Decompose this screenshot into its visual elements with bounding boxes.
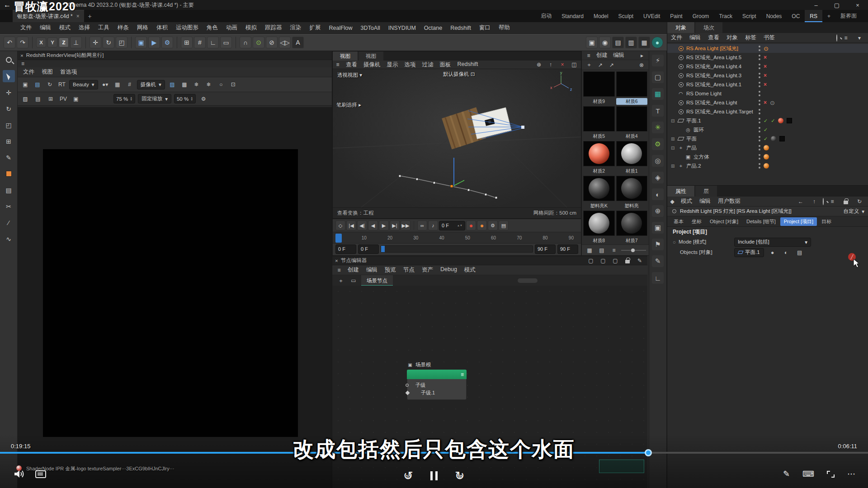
sky-icon[interactable]: ◐: [652, 188, 664, 200]
frame-icon[interactable]: ⊞: [3, 135, 15, 147]
menu-item[interactable]: 对象: [723, 34, 741, 42]
material-tag-icon[interactable]: [764, 145, 769, 150]
expander-icon[interactable]: ⊞: [671, 164, 677, 169]
material-tag-icon[interactable]: [764, 154, 769, 160]
menu-item[interactable]: 显示: [384, 61, 401, 69]
menu-item[interactable]: INSYDIUM: [384, 25, 420, 31]
home-icon[interactable]: ▭: [349, 276, 359, 285]
menu-item[interactable]: 扩展: [306, 24, 325, 32]
scale-spinner[interactable]: 50 %▲▼: [174, 94, 196, 103]
attribute-tab[interactable]: 目标: [818, 217, 835, 226]
live-selection-icon[interactable]: [3, 70, 15, 82]
new-document-tab-button[interactable]: +: [84, 10, 96, 22]
menu-item[interactable]: 文件: [667, 34, 686, 42]
expander-icon[interactable]: ⊞: [671, 136, 677, 141]
copy-icon[interactable]: ▣: [71, 94, 81, 103]
layout-tab[interactable]: Model: [589, 10, 613, 22]
menu-item[interactable]: 视图: [38, 68, 57, 76]
scene-nodes-tab[interactable]: 场景节点: [361, 275, 393, 286]
material-thumb[interactable]: [583, 211, 615, 236]
magnet-snap-icon[interactable]: ∩: [240, 37, 251, 48]
area-light-icon[interactable]: ▢: [652, 71, 664, 83]
node-editor-tab-label[interactable]: 节点编辑器: [341, 257, 367, 264]
menu-item[interactable]: 渲染: [286, 24, 306, 32]
material-tag-icon[interactable]: [771, 136, 776, 141]
object-row[interactable]: ⊞ 平面 ✓: [667, 134, 868, 143]
material-label[interactable]: 塑料亮K: [583, 202, 615, 209]
attribute-tab[interactable]: Object [对象]: [706, 217, 742, 226]
pause-button[interactable]: [430, 471, 438, 480]
layer-dots[interactable]: [759, 154, 760, 160]
menu-item[interactable]: 书签: [760, 34, 778, 42]
menu-item[interactable]: 运动图形: [172, 24, 203, 32]
snapshot-icon[interactable]: ❄: [192, 80, 202, 89]
tab-attributes[interactable]: 属性: [667, 186, 694, 197]
range-max-field[interactable]: 90 F: [557, 244, 578, 254]
material-thumb[interactable]: [583, 176, 615, 201]
range-end-field[interactable]: 90 F: [535, 244, 556, 254]
rewind-10-button[interactable]: ↺10: [401, 469, 415, 483]
object-row[interactable]: ◠ RS Dome Light: [667, 89, 868, 98]
hamburger-icon[interactable]: ≡: [584, 51, 594, 60]
volume-icon[interactable]: ◎: [652, 155, 664, 167]
material-label[interactable]: 材质6: [616, 98, 648, 105]
add-tab-icon[interactable]: ＋: [336, 276, 346, 285]
menu-item[interactable]: 编辑: [36, 24, 55, 32]
layer-dots[interactable]: [759, 91, 760, 96]
fullscreen-icon[interactable]: [827, 471, 835, 478]
goto-start-button[interactable]: |◀: [346, 221, 356, 230]
object-row[interactable]: RS 区域光_Area Light.3 ×: [667, 71, 868, 80]
menu-item[interactable]: 动画: [222, 24, 241, 32]
node-header[interactable]: ≡: [407, 370, 467, 379]
light-source[interactable]: [521, 126, 524, 129]
material-label[interactable]: 塑料亮: [616, 202, 648, 209]
panel-layout-icon[interactable]: ◫: [569, 60, 579, 69]
layout-tab[interactable]: +: [822, 10, 835, 22]
add-icon[interactable]: ⊞: [46, 94, 56, 103]
render-region-icon[interactable]: ▤: [612, 37, 624, 48]
refresh-icon[interactable]: ↻: [45, 80, 55, 89]
material-tag-icon[interactable]: [764, 163, 769, 169]
panel-split-icon[interactable]: ▢: [598, 256, 608, 265]
menu-item[interactable]: 面板: [437, 61, 454, 69]
gear-icon[interactable]: ⚙: [488, 221, 498, 230]
knife-icon[interactable]: ∕: [3, 216, 15, 229]
open-folder-icon[interactable]: ▤: [33, 80, 42, 89]
ruler-icon[interactable]: ▭: [220, 37, 232, 48]
menu-item[interactable]: 创建: [344, 266, 363, 274]
region-render-icon[interactable]: ▨: [167, 80, 177, 89]
disabled-x-icon[interactable]: ×: [764, 72, 767, 79]
target-tag-icon[interactable]: ⊙: [770, 99, 775, 106]
hamburger-icon[interactable]: ≡: [333, 60, 343, 69]
fit-mode-dropdown[interactable]: 固定缩放▾: [138, 94, 171, 103]
spline-tool-icon[interactable]: ∿: [3, 233, 15, 245]
menu-item[interactable]: 用户数据: [714, 197, 744, 205]
keyboard-shortcuts-icon[interactable]: ⌨: [802, 469, 814, 479]
render-settings-button[interactable]: ⚙: [161, 37, 173, 48]
menu-item[interactable]: 角色: [203, 24, 222, 32]
next-key-button[interactable]: ▶|: [390, 221, 400, 230]
material-thumb[interactable]: [583, 71, 615, 97]
color-swatch-icon[interactable]: [3, 168, 15, 180]
enabled-check-icon[interactable]: ✓: [764, 136, 768, 142]
node-menu-icon[interactable]: ≡: [461, 371, 464, 378]
workplane-icon[interactable]: ⊘: [266, 37, 278, 48]
menu-item[interactable]: 选项: [401, 61, 419, 69]
checker-icon[interactable]: ▧: [20, 94, 30, 103]
mode-icon[interactable]: ◆: [667, 197, 677, 206]
renderview-tab-label[interactable]: Redshift RenderView[站酷网意行]: [26, 52, 104, 59]
half-sphere-icon[interactable]: ◐: [781, 248, 791, 257]
spline-curve[interactable]: [400, 176, 496, 198]
texture-tag-icon[interactable]: [787, 118, 792, 123]
flag-icon[interactable]: ⚑: [652, 239, 664, 250]
viewport-tab-2[interactable]: 视图: [359, 52, 383, 61]
range-min-field[interactable]: 0 F: [335, 244, 356, 254]
goto-end-button[interactable]: ▶▶: [401, 221, 410, 230]
layout-tab[interactable]: RS: [805, 10, 822, 22]
layer-dots[interactable]: [759, 100, 760, 105]
pass-dropdown[interactable]: Beauty▾: [69, 80, 98, 89]
material-tag-icon[interactable]: [778, 118, 783, 123]
layout-tab[interactable]: Paint: [665, 10, 687, 22]
scale-tool-icon[interactable]: ◰: [116, 37, 127, 48]
axis-edit-icon[interactable]: ∟: [207, 37, 219, 48]
